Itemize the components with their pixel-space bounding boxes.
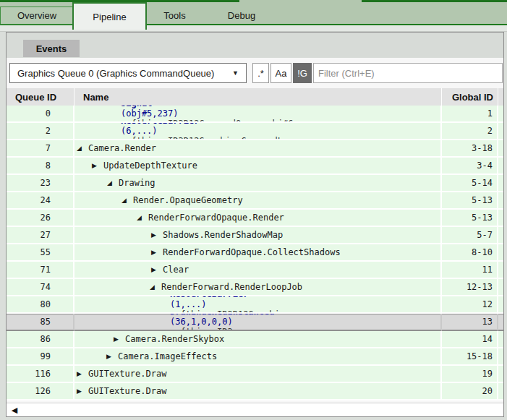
collapse-arrow-icon[interactable]: ▶ [151, 266, 156, 273]
header-queue-id: Queue ID [7, 88, 74, 106]
event-name-cell: ▶RenderForwardOpaque.CollectShadows [74, 244, 442, 262]
event-row[interactable]: 55▶RenderForwardOpaque.CollectShadows8-1… [7, 244, 503, 262]
global-id-cell: 12 [442, 296, 498, 314]
expand-arrow-icon[interactable]: ◢ [122, 197, 127, 204]
event-row[interactable]: 85DrawIndexedInstanced(36,1,0,0,0) {this… [7, 314, 503, 331]
event-name: Drawing [119, 178, 155, 188]
api-call-args: (1,...) [170, 299, 285, 309]
collapse-arrow-icon[interactable]: ▶ [77, 370, 82, 377]
event-row[interactable]: 7◢Camera.Render3-18 [7, 140, 503, 158]
expand-arrow-icon[interactable]: ◢ [150, 283, 155, 291]
queue-id-cell: 26 [7, 210, 74, 227]
queue-id-cell: 8 [7, 158, 74, 175]
event-name: RenderForward.RenderLoopJob [161, 282, 302, 292]
event-name: Camera.RenderSkybox [125, 334, 224, 344]
row-spacer [498, 192, 503, 210]
row-spacer [498, 279, 503, 296]
event-row[interactable]: 71▶Clear11 [7, 262, 503, 279]
header-name: Name [74, 88, 442, 106]
global-id-cell: 14 [442, 331, 498, 348]
event-name-cell: ◢Render.OpaqueGeometry [74, 192, 442, 210]
global-id-cell: 3-18 [442, 140, 498, 158]
tab-pipeline[interactable]: Pipeline [72, 2, 147, 30]
event-name-cell: ◢RenderForwardOpaque.Render [74, 210, 442, 227]
event-row[interactable]: 86▶Camera.RenderSkybox14 [7, 331, 503, 348]
event-row[interactable]: 74◢RenderForward.RenderLoopJob12-13 [7, 279, 503, 296]
global-id-cell: 20 [442, 383, 498, 400]
event-row[interactable]: 24◢Render.OpaqueGeometry5-13 [7, 192, 503, 210]
event-name-cell: Signal(obj#5,237) {this->ID3D12CommandQu… [74, 106, 442, 123]
api-call-args: (obj#5,237) [121, 108, 309, 119]
tab-overview[interactable]: Overview [0, 7, 74, 25]
event-name-cell: ◢RenderForward.RenderLoopJob [74, 279, 442, 296]
collapse-arrow-icon[interactable]: ▶ [77, 387, 82, 395]
event-row[interactable]: 8▶UpdateDepthTexture3-4 [7, 158, 503, 175]
queue-id-cell: 99 [7, 348, 74, 366]
event-name-cell: ◢Camera.Render [74, 140, 442, 158]
events-panel: Graphics Queue 0 (Graphics CommandQueue)… [6, 32, 504, 417]
row-spacer [498, 158, 503, 175]
glob-toggle-button[interactable]: !G [293, 63, 312, 83]
regex-toggle-button[interactable]: .* [252, 63, 269, 83]
header-spacer [498, 88, 503, 106]
event-name: ResourceBarrier(1,...) {this->ID3D12Grap… [170, 296, 285, 314]
queue-id-cell: 80 [7, 296, 74, 314]
collapse-arrow-icon[interactable]: ▶ [151, 249, 156, 256]
event-name: Shadows.RenderShadowMap [163, 230, 283, 240]
global-id-cell: 19 [442, 366, 498, 383]
expand-arrow-icon[interactable]: ◢ [77, 145, 82, 152]
top-edge-accent-right [362, 0, 507, 2]
queue-select-value: Graphics Queue 0 (Graphics CommandQueue) [17, 68, 228, 79]
global-id-cell: 8-10 [442, 244, 498, 262]
event-name-cell: ◢Drawing [74, 175, 442, 192]
case-sensitive-toggle-button[interactable]: Aa [270, 63, 291, 83]
api-call-args: (6,...) [121, 126, 283, 136]
queue-id-cell: 116 [7, 366, 74, 383]
global-id-cell: 3-4 [442, 158, 498, 175]
global-id-cell: 5-14 [442, 175, 498, 192]
row-spacer [498, 383, 503, 400]
events-panel-content: Graphics Queue 0 (Graphics CommandQueue)… [7, 58, 503, 416]
global-id-cell: 5-7 [442, 227, 498, 244]
collapse-arrow-icon[interactable]: ▶ [92, 162, 97, 169]
queue-id-cell: 23 [7, 175, 74, 192]
event-row[interactable]: 80ResourceBarrier(1,...) {this->ID3D12Gr… [7, 296, 503, 314]
expand-arrow-icon[interactable]: ◢ [137, 214, 142, 221]
event-name-cell: ▶GUITexture.Draw [74, 383, 442, 400]
horizontal-scrollbar[interactable]: ◀ [7, 403, 503, 416]
events-panel-tab[interactable]: Events [23, 40, 80, 57]
event-name: ResourceBarrier(6,...) {this->ID3D12Grap… [121, 123, 283, 140]
queue-id-cell: 74 [7, 279, 74, 296]
event-row[interactable]: 23◢Drawing5-14 [7, 175, 503, 192]
event-row[interactable]: 126▶GUITexture.Draw20 [7, 383, 503, 400]
event-name-cell: ▶Clear [74, 262, 442, 279]
row-spacer [498, 314, 503, 331]
queue-id-cell: 0 [7, 106, 74, 123]
event-row[interactable]: 27▶Shadows.RenderShadowMap5-7 [7, 227, 503, 244]
event-name-cell: ResourceBarrier(6,...) {this->ID3D12Grap… [74, 123, 442, 140]
queue-id-cell: 86 [7, 331, 74, 348]
expand-arrow-icon[interactable]: ◢ [107, 179, 112, 187]
row-spacer [498, 331, 503, 348]
event-row[interactable]: 116▶GUITexture.Draw19 [7, 366, 503, 383]
tab-debug[interactable]: Debug [203, 7, 281, 25]
event-name: Signal(obj#5,237) {this->ID3D12CommandQu… [121, 106, 309, 123]
row-spacer [498, 123, 503, 140]
event-tree: 0Signal(obj#5,237) {this->ID3D12CommandQ… [7, 106, 503, 400]
event-row[interactable]: 99▶Camera.ImageEffects15-18 [7, 348, 503, 366]
tab-tools[interactable]: Tools [147, 7, 203, 25]
scroll-left-arrow-icon[interactable]: ◀ [9, 405, 20, 416]
collapse-arrow-icon[interactable]: ▶ [106, 353, 111, 360]
event-row[interactable]: 26◢RenderForwardOpaque.Render5-13 [7, 210, 503, 227]
queue-select-dropdown[interactable]: Graphics Queue 0 (Graphics CommandQueue)… [9, 63, 247, 83]
event-browser-window: Overview Pipeline Tools Debug Events Gra… [0, 0, 507, 420]
row-spacer [498, 262, 503, 279]
queue-id-cell: 85 [7, 314, 74, 331]
event-row[interactable]: 2ResourceBarrier(6,...) {this->ID3D12Gra… [7, 123, 503, 140]
collapse-arrow-icon[interactable]: ▶ [151, 231, 156, 239]
event-row[interactable]: 0Signal(obj#5,237) {this->ID3D12CommandQ… [7, 106, 503, 123]
row-spacer [498, 175, 503, 192]
filter-input[interactable] [313, 63, 503, 83]
global-id-cell: 5-13 [442, 192, 498, 210]
collapse-arrow-icon[interactable]: ▶ [114, 335, 119, 343]
